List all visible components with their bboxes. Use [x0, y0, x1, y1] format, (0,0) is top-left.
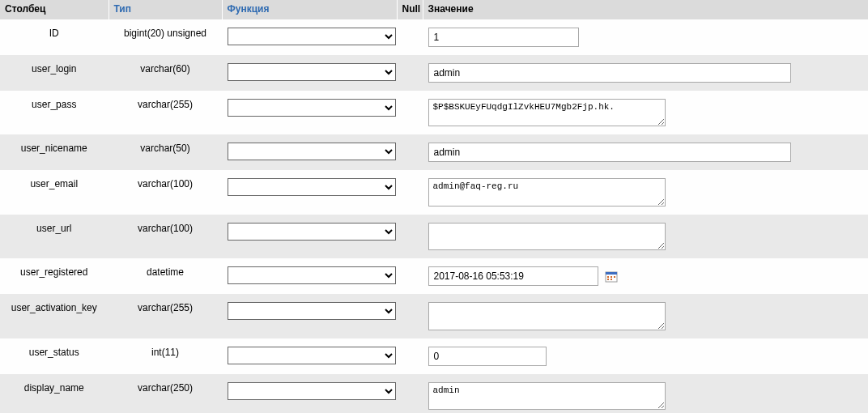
function-cell — [222, 91, 397, 134]
null-cell — [397, 170, 423, 214]
function-cell — [222, 134, 397, 170]
column-name: user_nicename — [0, 134, 108, 170]
column-name: display_name — [0, 374, 108, 414]
table-row: user_registereddatetime — [0, 258, 868, 294]
column-type: varchar(100) — [108, 215, 222, 258]
function-cell — [222, 215, 397, 258]
null-cell — [397, 258, 423, 294]
table-row: user_passvarchar(255) — [0, 91, 868, 134]
null-cell — [397, 134, 423, 170]
column-type: int(11) — [108, 338, 222, 374]
null-cell — [397, 91, 423, 134]
null-cell — [397, 294, 423, 338]
value-input[interactable] — [428, 28, 579, 47]
value-input[interactable] — [428, 143, 791, 162]
null-cell — [397, 215, 423, 258]
table-row: user_nicenamevarchar(50) — [0, 134, 868, 170]
column-name: user_status — [0, 338, 108, 374]
column-type: varchar(50) — [108, 134, 222, 170]
calendar-icon[interactable] — [605, 270, 618, 283]
function-select[interactable] — [228, 382, 396, 400]
table-row: IDbigint(20) unsigned — [0, 19, 868, 55]
function-cell — [222, 294, 397, 338]
table-row: display_namevarchar(250) — [0, 374, 868, 414]
column-name: user_activation_key — [0, 294, 108, 338]
function-select[interactable] — [228, 302, 396, 320]
function-cell — [222, 19, 397, 55]
column-type: varchar(255) — [108, 91, 222, 134]
value-cell — [423, 215, 868, 258]
column-name: user_url — [0, 215, 108, 258]
function-select[interactable] — [228, 99, 396, 117]
value-textarea[interactable] — [428, 302, 666, 330]
header-column: Столбец — [0, 0, 108, 19]
function-select[interactable] — [228, 28, 396, 45]
table-row: user_statusint(11) — [0, 338, 868, 374]
column-name: user_registered — [0, 258, 108, 294]
value-textarea[interactable] — [428, 178, 666, 206]
value-textarea[interactable] — [428, 382, 666, 410]
value-cell — [423, 294, 868, 338]
function-cell — [222, 258, 397, 294]
function-select[interactable] — [228, 178, 396, 196]
column-name: user_email — [0, 170, 108, 214]
column-name: ID — [0, 19, 108, 55]
value-cell — [423, 91, 868, 134]
null-cell — [397, 338, 423, 374]
table-row: user_urlvarchar(100) — [0, 215, 868, 258]
function-cell — [222, 338, 397, 374]
table-row: user_emailvarchar(100) — [0, 170, 868, 214]
function-select[interactable] — [228, 63, 396, 81]
table-row: user_loginvarchar(60) — [0, 55, 868, 91]
column-type: datetime — [108, 258, 222, 294]
value-cell — [423, 170, 868, 214]
null-cell — [397, 374, 423, 414]
column-name: user_login — [0, 55, 108, 91]
column-type: varchar(60) — [108, 55, 222, 91]
value-textarea[interactable] — [428, 223, 666, 250]
function-cell — [222, 374, 397, 414]
column-name: user_pass — [0, 91, 108, 134]
function-select[interactable] — [228, 223, 396, 241]
value-input[interactable] — [428, 266, 598, 286]
value-input[interactable] — [428, 63, 791, 83]
header-null: Null — [397, 0, 423, 19]
column-type: varchar(250) — [108, 374, 222, 414]
value-cell — [423, 55, 868, 91]
value-cell — [423, 19, 868, 55]
value-cell — [423, 134, 868, 170]
function-cell — [222, 170, 397, 214]
value-cell — [423, 374, 868, 414]
value-cell — [423, 258, 868, 294]
header-function[interactable]: Функция — [222, 0, 397, 19]
value-textarea[interactable] — [428, 99, 666, 126]
function-select[interactable] — [228, 143, 396, 160]
value-input[interactable] — [428, 347, 547, 366]
null-cell — [397, 19, 423, 55]
header-type[interactable]: Тип — [108, 0, 222, 19]
column-type: bigint(20) unsigned — [108, 19, 222, 55]
column-type: varchar(255) — [108, 294, 222, 338]
edit-row-table: Столбец Тип Функция Null Значение IDbigi… — [0, 0, 868, 413]
null-cell — [397, 55, 423, 91]
function-select[interactable] — [228, 347, 396, 364]
header-value: Значение — [423, 0, 868, 19]
function-cell — [222, 55, 397, 91]
value-cell — [423, 338, 868, 374]
function-select[interactable] — [228, 266, 396, 284]
column-type: varchar(100) — [108, 170, 222, 214]
table-row: user_activation_keyvarchar(255) — [0, 294, 868, 338]
